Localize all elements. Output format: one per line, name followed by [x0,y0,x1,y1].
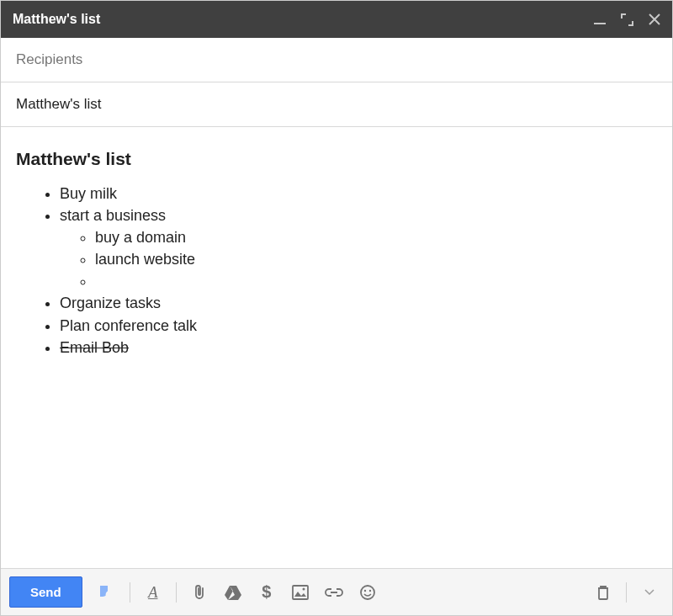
formatting-icon[interactable]: A [139,578,167,607]
separator [626,582,627,603]
discard-icon[interactable] [589,578,617,607]
titlebar-controls [594,13,660,26]
compose-window: Matthew's list Matthew's list Buy milk s… [0,0,673,616]
insert-link-icon[interactable] [320,578,348,607]
list-item: launch website [95,248,657,270]
minimize-icon[interactable] [594,14,606,24]
compose-toolbar: Send A $ [1,568,672,615]
svg-point-3 [361,586,374,599]
subject-row[interactable] [1,82,672,127]
send-button[interactable]: Send [9,576,82,608]
svg-rect-1 [293,586,308,599]
nested-list: buy a domain launch website [60,226,657,292]
svg-point-0 [105,590,114,599]
subject-input[interactable] [16,96,657,113]
svg-point-5 [368,589,370,591]
list-item [95,270,657,292]
separator [130,582,130,603]
list-item: Email Bob [60,337,657,358]
list-item: buy a domain [95,226,657,248]
list-item: Plan conference talk [60,315,657,337]
window-title: Matthew's list [13,12,100,27]
more-options-icon[interactable] [635,578,664,607]
list-item: Organize tasks [60,292,657,314]
list-item: start a business buy a domain launch web… [60,204,657,292]
drive-icon[interactable] [219,578,247,607]
separator [176,582,177,603]
expand-icon[interactable] [621,13,633,26]
close-icon[interactable] [649,13,660,25]
svg-point-4 [363,589,365,591]
money-icon[interactable]: $ [252,578,281,607]
recipients-row[interactable] [1,38,672,82]
titlebar: Matthew's list [1,1,672,38]
list-item: Buy milk [60,183,657,204]
insert-photo-icon[interactable] [286,578,315,607]
attach-icon[interactable] [185,578,214,607]
emoji-icon[interactable] [353,578,382,607]
keep-icon[interactable] [93,578,121,607]
message-body[interactable]: Matthew's list Buy milk start a business… [1,127,672,568]
body-heading: Matthew's list [16,149,657,169]
recipients-input[interactable] [16,51,657,68]
body-list: Buy milk start a business buy a domain l… [16,183,657,358]
svg-point-2 [302,587,305,590]
